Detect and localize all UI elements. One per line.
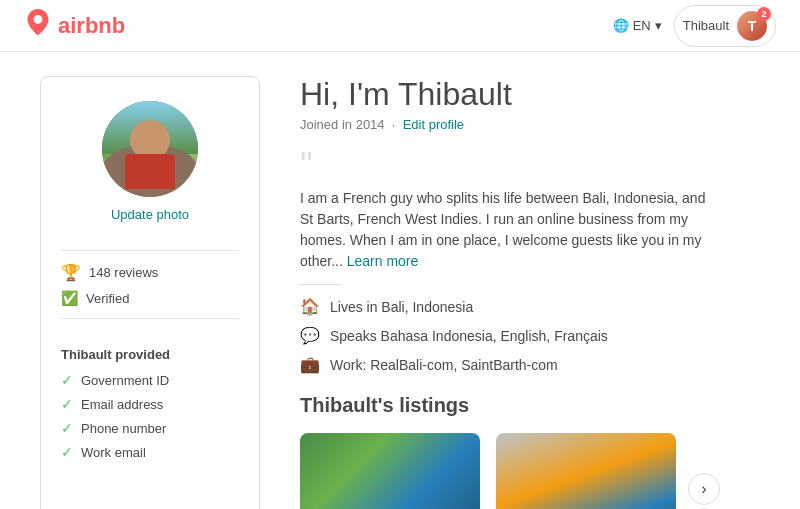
- check-icon-gov: ✓: [61, 372, 73, 388]
- info-languages: 💬 Speaks Bahasa Indonesia, English, Fran…: [300, 326, 760, 345]
- header-right: 🌐 EN ▾ Thibault T 2: [613, 5, 776, 47]
- edit-profile-link[interactable]: Edit profile: [403, 117, 464, 132]
- location-icon: 🏠: [300, 297, 320, 316]
- info-location: 🏠 Lives in Bali, Indonesia: [300, 297, 760, 316]
- reviews-icon: 🏆: [61, 263, 81, 282]
- provided-item-phone: ✓ Phone number: [61, 420, 239, 436]
- divider-1: [61, 250, 239, 251]
- lang-label: EN: [633, 18, 651, 33]
- quote-mark: ": [300, 148, 760, 184]
- listings-next-button[interactable]: ›: [688, 473, 720, 505]
- verified-label: Verified: [86, 291, 129, 306]
- reviews-count: 148 reviews: [89, 265, 158, 280]
- language-selector[interactable]: 🌐 EN ▾: [613, 18, 662, 33]
- user-menu[interactable]: Thibault T 2: [674, 5, 776, 47]
- languages-text: Speaks Bahasa Indonesia, English, França…: [330, 328, 608, 344]
- location-text: Lives in Bali, Indonesia: [330, 299, 473, 315]
- provided-item-gov-id: ✓ Government ID: [61, 372, 239, 388]
- listings-section-title: Thibault's listings: [300, 394, 760, 417]
- check-icon-phone: ✓: [61, 420, 73, 436]
- chevron-down-icon: ▾: [655, 18, 662, 33]
- verified-icon: ✅: [61, 290, 78, 306]
- provided-item-work-email: ✓ Work email: [61, 444, 239, 460]
- verified-stat: ✅ Verified: [61, 290, 239, 306]
- listing-card-2[interactable]: Entire home/apt · Villa ★ 4,94 (17) Luxu…: [496, 433, 676, 509]
- check-icon-work-email: ✓: [61, 444, 73, 460]
- update-photo-link[interactable]: Update photo: [111, 207, 189, 222]
- header: airbnb 🌐 EN ▾ Thibault T 2: [0, 0, 800, 52]
- listing-thumb-1: [300, 433, 480, 509]
- listing-thumb-2: [496, 433, 676, 509]
- reviews-stat: 🏆 148 reviews: [61, 263, 239, 282]
- thin-divider: [300, 284, 340, 285]
- notification-badge: 2: [757, 7, 771, 21]
- listings-grid: Entire home/apt · Villa ★ 4.88 (50) AMAZ…: [300, 433, 676, 509]
- user-name-label: Thibault: [683, 18, 729, 33]
- joined-text: Joined in 2014: [300, 117, 385, 132]
- stats-section: 🏆 148 reviews ✅ Verified: [61, 263, 239, 306]
- provided-item-email: ✓ Email address: [61, 396, 239, 412]
- info-list: 🏠 Lives in Bali, Indonesia 💬 Speaks Baha…: [300, 297, 760, 374]
- profile-photo: [102, 101, 198, 197]
- profile-greeting: Hi, I'm Thibault: [300, 76, 760, 113]
- joined-line: Joined in 2014 · Edit profile: [300, 117, 760, 132]
- airbnb-logo-text: airbnb: [58, 13, 125, 39]
- right-panel: Hi, I'm Thibault Joined in 2014 · Edit p…: [300, 76, 760, 509]
- speech-icon: 💬: [300, 326, 320, 345]
- provided-email: Email address: [81, 397, 163, 412]
- provided-section: Thibault provided ✓ Government ID ✓ Emai…: [61, 347, 239, 468]
- provided-title: Thibault provided: [61, 347, 239, 362]
- avatar-wrapper: T 2: [737, 11, 767, 41]
- main-content: Update photo 🏆 148 reviews ✅ Verified Th…: [0, 52, 800, 509]
- left-panel: Update photo 🏆 148 reviews ✅ Verified Th…: [40, 76, 260, 509]
- info-work: 💼 Work: RealBali-com, SaintBarth-com: [300, 355, 760, 374]
- provided-work-email: Work email: [81, 445, 146, 460]
- bio-text: I am a French guy who splits his life be…: [300, 188, 720, 272]
- logo[interactable]: airbnb: [24, 8, 125, 43]
- provided-gov-id: Government ID: [81, 373, 169, 388]
- globe-icon: 🌐: [613, 18, 629, 33]
- airbnb-logo-icon: [24, 8, 52, 43]
- check-icon-email: ✓: [61, 396, 73, 412]
- provided-phone: Phone number: [81, 421, 166, 436]
- listing-card-1[interactable]: Entire home/apt · Villa ★ 4.88 (50) AMAZ…: [300, 433, 480, 509]
- work-text: Work: RealBali-com, SaintBarth-com: [330, 357, 558, 373]
- divider-2: [61, 318, 239, 319]
- learn-more-link[interactable]: Learn more: [347, 253, 419, 269]
- work-icon: 💼: [300, 355, 320, 374]
